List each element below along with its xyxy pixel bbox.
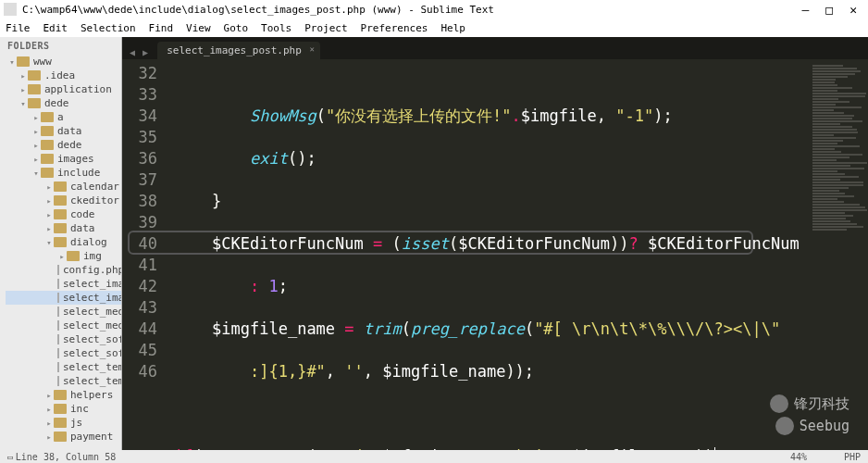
line-gutter: 323334353637383940414243444546 (122, 59, 168, 450)
close-button[interactable]: ✕ (849, 3, 857, 17)
menu-bar: File Edit Selection Find View Goto Tools… (0, 19, 868, 37)
menu-view[interactable]: View (186, 22, 211, 34)
file-item[interactable]: select_media.php (6, 305, 121, 319)
folder-item[interactable]: ▾include (6, 166, 121, 180)
status-percent[interactable]: 44% (790, 452, 807, 462)
folder-item[interactable]: ▸images (6, 152, 121, 166)
menu-preferences[interactable]: Preferences (361, 22, 428, 34)
file-item[interactable]: select_soft.php (6, 332, 121, 346)
minimize-button[interactable]: — (802, 3, 810, 17)
file-item[interactable]: select_templets_pos (6, 374, 121, 388)
status-bar: ▭ Line 38, Column 58 44% PHP (0, 450, 868, 463)
folder-item[interactable]: ▸ckeditor (6, 194, 121, 207)
folder-item[interactable]: ▸calendar (6, 180, 121, 194)
folder-tree: ▾www▸.idea▸application▾dede▸a▸data▸dede▸… (0, 55, 121, 444)
menu-project[interactable]: Project (304, 22, 347, 34)
editor-tab[interactable]: select_images_post.php ✕ (157, 42, 320, 59)
menu-selection[interactable]: Selection (81, 22, 136, 34)
folder-item[interactable]: ▸data (6, 221, 121, 235)
sidebar-header: FOLDERS (0, 37, 121, 55)
window-titlebar: C:\wamp64\www\dede\include\dialog\select… (0, 0, 868, 19)
file-item[interactable]: select_templets.php (6, 360, 121, 374)
file-item[interactable]: config.php (6, 263, 121, 277)
file-item[interactable]: select_soft_post.php (6, 346, 121, 360)
minimap[interactable] (809, 59, 868, 450)
status-position[interactable]: Line 38, Column 58 (16, 452, 116, 462)
folder-item[interactable]: ▸.idea (6, 69, 121, 82)
window-title: C:\wamp64\www\dede\include\dialog\select… (22, 4, 494, 16)
app-icon (4, 3, 17, 16)
tab-nav-right-icon[interactable]: ▶ (139, 45, 152, 59)
folder-item[interactable]: ▸a (6, 110, 121, 124)
folder-item[interactable]: ▸js (6, 416, 121, 430)
file-item[interactable]: select_media_post.p (6, 319, 121, 332)
menu-goto[interactable]: Goto (224, 22, 249, 34)
tab-bar: ◀ ▶ select_images_post.php ✕ (122, 37, 868, 59)
tab-nav-left-icon[interactable]: ◀ (126, 45, 139, 59)
folder-item[interactable]: ▸application (6, 82, 121, 96)
folder-item[interactable]: ▸data (6, 124, 121, 138)
menu-tools[interactable]: Tools (261, 22, 291, 34)
folder-item[interactable]: ▸code (6, 207, 121, 221)
file-item[interactable]: select_images.php (6, 277, 121, 291)
menu-find[interactable]: Find (149, 22, 174, 34)
folder-item[interactable]: ▾www (6, 55, 121, 69)
folder-item[interactable]: ▾dede (6, 96, 121, 110)
menu-edit[interactable]: Edit (43, 22, 68, 34)
folder-item[interactable]: ▾dialog (6, 235, 121, 249)
file-item[interactable]: select_images_post.p (6, 291, 121, 305)
tab-label: select_images_post.php (167, 44, 302, 56)
folder-item[interactable]: ▸dede (6, 138, 121, 152)
folder-item[interactable]: ▸inc (6, 402, 121, 416)
folder-item[interactable]: ▸payment (6, 430, 121, 444)
tab-close-icon[interactable]: ✕ (309, 44, 314, 54)
menu-file[interactable]: File (6, 22, 31, 34)
folder-item[interactable]: ▸img (6, 249, 121, 263)
maximize-button[interactable]: □ (825, 3, 833, 17)
status-language[interactable]: PHP (844, 452, 861, 462)
status-icon: ▭ (7, 452, 13, 462)
sidebar: FOLDERS ▾www▸.idea▸application▾dede▸a▸da… (0, 37, 122, 450)
code-editor[interactable]: ShowMsg("你没有选择上传的文件!".$imgfile, "-1"); e… (168, 59, 809, 450)
menu-help[interactable]: Help (440, 22, 465, 34)
folder-item[interactable]: ▸helpers (6, 388, 121, 402)
